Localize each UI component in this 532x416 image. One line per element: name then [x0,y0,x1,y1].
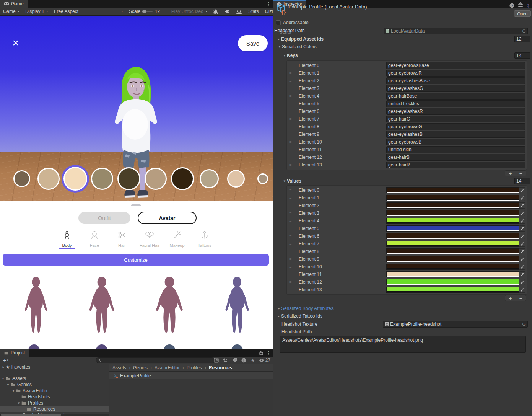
drag-handle-icon[interactable]: = [289,219,291,223]
tab-project[interactable]: Project [0,349,29,357]
key-input[interactable]: unified-skin [386,146,525,153]
gizmos-dropdown[interactable]: Gizmos [262,8,273,16]
eyedropper-button[interactable] [519,195,525,201]
avatar-tab[interactable]: Avatar [138,212,197,224]
display-dropdown[interactable]: Display 1▾ [22,8,51,16]
key-input[interactable]: gear-hairBase [386,93,525,100]
foldout-closed-icon[interactable]: ► [277,315,281,318]
script-object-field[interactable]: LocalAvatarData ⊙ [384,28,528,34]
remove-element-button[interactable]: − [516,295,526,301]
foldout-open-icon[interactable]: ▼ [16,401,21,405]
drag-handle-icon[interactable]: = [289,155,291,160]
key-input[interactable]: gear-eyelashesR [386,108,525,115]
eyedropper-button[interactable] [519,241,525,247]
warnings-filter-icon[interactable] [239,357,248,364]
values-size-field[interactable]: 14 [514,178,530,184]
tab-body[interactable]: Body [53,230,81,249]
tree-headshots[interactable]: Headshots [0,394,109,400]
color-field[interactable] [386,210,521,216]
serialized-body-attributes-row[interactable]: ► Serialized Body Attributes [273,305,532,312]
keys-size-field[interactable]: 14 [514,52,530,59]
tab-tattoos[interactable]: Tattoos [191,230,218,249]
crumb-avatareditor[interactable]: AvatarEditor [155,365,180,370]
scrollbar-thumb[interactable] [1,414,61,416]
stats-toggle[interactable]: Stats [245,8,262,16]
skin-swatch[interactable] [91,168,113,190]
color-field[interactable] [386,287,521,293]
serialized-colors-row[interactable]: ▼ Serialized Colors [273,43,532,51]
asset-exampleprofile[interactable]: {} ExampleProfile [109,372,273,379]
color-field[interactable] [386,233,521,239]
search-by-type-icon[interactable] [221,357,230,364]
foldout-open-icon[interactable]: ▼ [282,179,287,183]
eyedropper-button[interactable] [519,271,525,277]
game-display-mode-dropdown[interactable]: Game▾ [0,8,22,16]
key-input[interactable]: gear-eyebrowsBase [386,62,525,69]
eyedropper-button[interactable] [519,248,525,254]
body-option-2[interactable] [81,276,123,333]
key-input[interactable]: gear-eyelashesB [386,131,525,138]
foldout-closed-icon[interactable]: ► [277,38,281,41]
drag-handle-icon[interactable]: = [289,63,291,68]
drag-handle-icon[interactable]: = [289,109,291,114]
drag-handle-icon[interactable]: = [289,71,291,75]
values-header-row[interactable]: ▼ Values 14 [273,177,532,185]
drag-handle-icon[interactable]: = [289,147,291,152]
body-option-3[interactable] [148,276,190,333]
skin-swatch-selected[interactable] [63,167,87,191]
remove-element-button[interactable]: − [516,171,526,176]
eyedropper-button[interactable] [519,202,525,209]
tree-resources[interactable]: Resources [0,406,109,412]
search-by-label-icon[interactable] [230,357,239,364]
foldout-open-icon[interactable]: ▼ [1,377,5,380]
eyedropper-button[interactable] [519,187,525,193]
eyedropper-button[interactable] [519,256,525,262]
color-field[interactable] [386,279,521,285]
color-field[interactable] [386,241,521,247]
tree-assets[interactable]: ▼Assets [0,375,109,382]
virtual-keyboard-icon[interactable] [233,8,245,16]
mute-audio-icon[interactable] [221,8,233,16]
add-element-button[interactable]: + [505,295,516,301]
tree-avatareditor[interactable]: ▼AvatarEditor [0,388,109,394]
serialized-tattoo-ids-row[interactable]: ► Serialized Tattoo Ids [273,312,532,320]
outfit-tab[interactable]: Outfit [78,212,130,224]
scale-slider[interactable] [143,11,153,12]
skin-swatch[interactable] [227,170,245,188]
tab-face[interactable]: Face [81,230,108,249]
open-button[interactable]: Open [514,10,531,17]
object-picker-icon[interactable]: ⊙ [522,321,526,327]
customize-button[interactable]: Customize [3,254,269,266]
skin-swatch[interactable] [257,173,268,184]
color-field[interactable] [386,202,521,209]
color-field[interactable] [386,264,521,270]
drag-handle-icon[interactable]: = [289,241,291,246]
drag-handle-icon[interactable]: = [289,117,291,121]
foldout-open-icon[interactable]: ▼ [11,389,16,393]
crumb-assets[interactable]: Assets [112,365,126,370]
key-input[interactable]: gear-hairB [386,154,525,161]
hidden-count[interactable]: 27 [257,357,272,364]
eyedropper-button[interactable] [519,233,525,239]
drag-handle-icon[interactable]: = [289,226,291,231]
skin-swatch[interactable] [13,170,30,187]
unlock-icon[interactable] [259,351,263,355]
foldout-closed-icon[interactable]: ► [277,307,281,310]
color-field[interactable] [386,256,521,262]
foldout-open-icon[interactable]: ▼ [282,54,287,57]
project-menu-icon[interactable]: ⋮ [266,351,271,356]
key-input[interactable]: gear-eyebrowsG [386,123,525,130]
horizontal-scrollbar[interactable] [0,414,109,416]
equipped-asset-ids-row[interactable]: ► Equipped Asset Ids 12 [273,35,532,43]
tab-makeup[interactable]: Makeup [163,230,191,249]
eyedropper-button[interactable] [519,210,525,216]
headshot-texture-field[interactable]: ExampleProfile-headshot ⊙ [383,321,528,328]
drag-handle-icon[interactable]: = [289,249,291,254]
skin-swatch[interactable] [37,168,60,190]
tree-profiles[interactable]: ▼Profiles [0,400,109,406]
color-field[interactable] [386,187,521,193]
color-field[interactable] [386,195,521,201]
key-input[interactable]: gear-eyelashesBase [386,77,525,84]
key-input[interactable]: unified-freckles [386,100,525,107]
drag-handle-icon[interactable]: = [289,140,291,144]
